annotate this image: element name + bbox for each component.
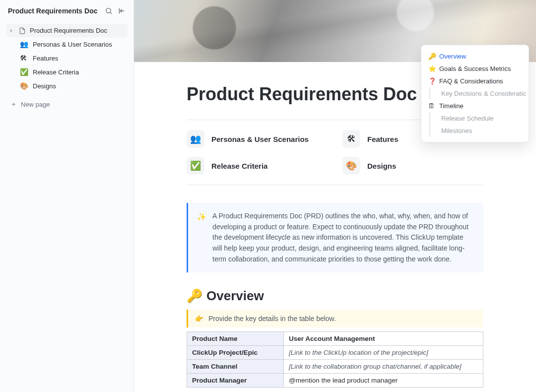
sidebar-header: Product Requirements Doc	[6, 7, 128, 15]
outline-item-goals[interactable]: ⭐ Goals & Success Metrics	[424, 63, 526, 75]
designs-icon: 🎨	[20, 82, 29, 90]
sidebar-item-label: Personas & User Scenarios	[33, 41, 112, 48]
table-row: Product Manager @mention the lead produc…	[187, 374, 483, 388]
calendar-icon: 🗓	[428, 102, 436, 110]
features-icon: 🛠	[342, 130, 360, 148]
subpage-designs[interactable]: 🎨 Designs	[342, 157, 483, 175]
outline-item-faq[interactable]: ❓ FAQ & Considerations	[424, 75, 526, 87]
outline-item-release-schedule[interactable]: Release Schedule	[429, 112, 526, 125]
plus-icon: ＋	[10, 100, 17, 109]
outline-item-key-decisions[interactable]: Key Decisions & Consideratio…	[429, 87, 526, 100]
outline-label: Key Decisions & Consideratio…	[441, 90, 526, 97]
note-text: Provide the key details in the table bel…	[208, 315, 336, 323]
table-key[interactable]: Product Name	[187, 332, 284, 346]
sidebar-title: Product Requirements Doc	[8, 7, 97, 15]
overview-note[interactable]: 👉 Provide the key details in the table b…	[187, 310, 483, 327]
callout-text: A Product Requirements Doc (PRD) outline…	[212, 211, 474, 264]
outline-label: Milestones	[441, 127, 472, 134]
section-title-overview[interactable]: 🔑 Overview	[187, 288, 483, 304]
sidebar-item-label: Designs	[33, 82, 56, 90]
table-row: ClickUp Project/Epic [Link to the ClickU…	[187, 346, 483, 360]
table-val[interactable]: User Account Management	[284, 332, 483, 346]
release-icon: ✅	[20, 68, 29, 76]
table-key[interactable]: Team Channel	[187, 360, 284, 374]
search-icon[interactable]	[105, 7, 113, 15]
outline-item-overview[interactable]: 🔑 Overview	[424, 50, 526, 63]
collapse-sidebar-icon[interactable]	[118, 7, 126, 15]
outline-label: Goals & Success Metrics	[439, 65, 511, 72]
outline-popover: 🔑 Overview ⭐ Goals & Success Metrics ❓ F…	[421, 45, 529, 142]
outline-label: FAQ & Considerations	[439, 77, 503, 85]
subpage-label: Release Criteria	[211, 162, 268, 170]
star-icon: ⭐	[428, 65, 436, 72]
outline-label: Release Schedule	[441, 115, 494, 122]
sidebar-header-actions	[105, 7, 126, 15]
sidebar-item-release[interactable]: ✅ Release Criteria	[6, 65, 128, 79]
designs-icon: 🎨	[342, 157, 360, 175]
table-key[interactable]: ClickUp Project/Epic	[187, 346, 284, 360]
sidebar-nav: ▾ Product Requirements Doc 👥 Personas & …	[6, 24, 128, 93]
sidebar-item-label: Product Requirements Doc	[30, 27, 107, 34]
subpage-label: Designs	[367, 162, 396, 170]
sidebar-item-features[interactable]: 🛠 Features	[6, 51, 128, 65]
table-key[interactable]: Product Manager	[187, 374, 284, 388]
personas-icon: 👥	[20, 40, 29, 48]
table-val[interactable]: [Link to the ClickUp location of the pro…	[284, 346, 483, 360]
table-row: Team Channel [Link to the collaboration …	[187, 360, 483, 374]
release-icon: ✅	[187, 157, 204, 175]
subpage-personas[interactable]: 👥 Personas & User Scenarios	[187, 130, 328, 148]
sidebar: Product Requirements Doc ▾ Product Requi…	[0, 0, 134, 392]
overview-table[interactable]: Product Name User Account Management Cli…	[187, 331, 483, 388]
key-icon: 🔑	[187, 288, 202, 304]
outline-item-timeline[interactable]: 🗓 Timeline	[424, 100, 526, 112]
key-icon: 🔑	[428, 53, 436, 60]
intro-callout[interactable]: ✨ A Product Requirements Doc (PRD) outli…	[187, 203, 483, 272]
table-val[interactable]: [Link to the collaboration group chat/ch…	[284, 360, 483, 374]
main-content: 🔑 Overview ⭐ Goals & Success Metrics ❓ F…	[134, 0, 536, 392]
subpage-label: Personas & User Scenarios	[211, 135, 309, 143]
question-icon: ❓	[428, 77, 436, 85]
point-right-icon: 👉	[195, 315, 203, 323]
svg-line-1	[110, 12, 112, 14]
section-title-text: Overview	[206, 288, 264, 304]
chevron-down-icon[interactable]: ▾	[10, 28, 15, 33]
new-page-label: New page	[21, 101, 50, 108]
sidebar-item-designs[interactable]: 🎨 Designs	[6, 79, 128, 93]
svg-point-0	[106, 8, 111, 13]
subpage-release[interactable]: ✅ Release Criteria	[187, 157, 328, 175]
sidebar-item-root[interactable]: ▾ Product Requirements Doc	[6, 24, 128, 37]
outline-item-milestones[interactable]: Milestones	[429, 125, 526, 137]
new-page-button[interactable]: ＋ New page	[6, 96, 128, 113]
subpage-label: Features	[367, 135, 399, 143]
doc-icon	[19, 27, 26, 34]
sparkle-icon: ✨	[197, 211, 206, 264]
table-row: Product Name User Account Management	[187, 332, 483, 346]
sidebar-item-label: Features	[33, 55, 58, 62]
table-val[interactable]: @mention the lead product manager	[284, 374, 483, 388]
features-icon: 🛠	[20, 54, 29, 62]
personas-icon: 👥	[187, 130, 204, 148]
outline-label: Overview	[439, 53, 466, 60]
sidebar-item-label: Release Criteria	[33, 68, 79, 76]
sidebar-item-personas[interactable]: 👥 Personas & User Scenarios	[6, 37, 128, 51]
outline-label: Timeline	[439, 102, 464, 110]
